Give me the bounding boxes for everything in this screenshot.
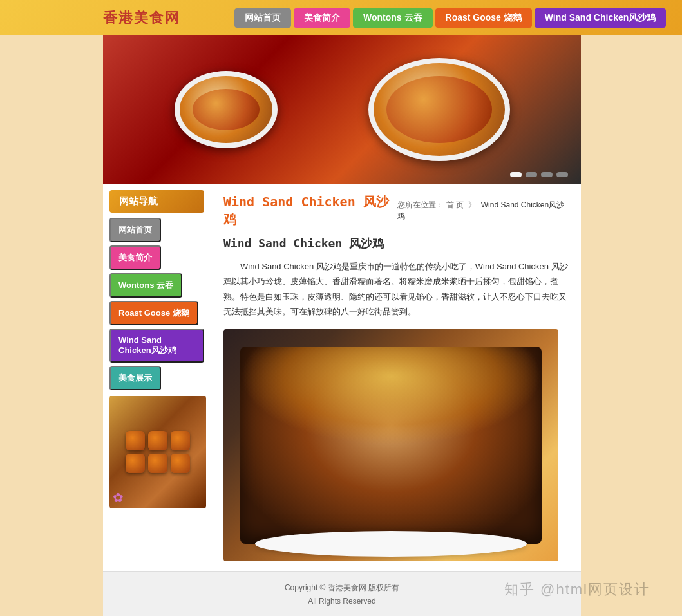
food-squares-grid bbox=[116, 421, 200, 483]
sidebar-item-roastgoose[interactable]: Roast Goose 烧鹅 bbox=[109, 301, 198, 325]
breadcrumb-home[interactable]: 首 页 bbox=[446, 200, 464, 209]
flower-decoration: ✿ bbox=[113, 490, 124, 505]
footer-line2: All Rights Reserved bbox=[113, 595, 571, 609]
food-dish-left bbox=[175, 71, 278, 148]
sidebar: 网站导航 网站首页 美食简介 Wontons 云吞 Roast Goose 烧鹅… bbox=[103, 184, 211, 571]
sidebar-item-wontons[interactable]: Wontons 云吞 bbox=[109, 273, 182, 298]
slider-dot-3[interactable] bbox=[541, 172, 553, 177]
banner-image bbox=[103, 35, 581, 184]
nav-home[interactable]: 网站首页 bbox=[234, 8, 291, 28]
article-food-image bbox=[223, 329, 558, 561]
food-sq-1 bbox=[126, 431, 145, 450]
sidebar-item-home[interactable]: 网站首页 bbox=[109, 218, 161, 242]
footer-line1: Copyright © 香港美食网 版权所有 bbox=[113, 581, 571, 595]
sidebar-item-intro[interactable]: 美食简介 bbox=[109, 245, 161, 270]
food-sq-2 bbox=[148, 431, 167, 450]
sidebar-title: 网站导航 bbox=[109, 190, 204, 213]
breadcrumb-prefix: 您所在位置： bbox=[397, 200, 444, 209]
slider-dot-4[interactable] bbox=[556, 172, 568, 177]
nav-roastgoose[interactable]: Roast Goose 烧鹅 bbox=[435, 8, 532, 28]
food-sq-4 bbox=[126, 454, 145, 473]
watermark: 知乎 @html网页设计 bbox=[504, 580, 650, 599]
banner-food-display bbox=[103, 35, 581, 184]
food-sq-3 bbox=[171, 431, 190, 450]
article-body: Wind Sand Chicken 风沙鸡是重庆市的一道特色的传统小吃了，Win… bbox=[223, 259, 568, 320]
plate-white bbox=[255, 531, 526, 557]
sidebar-food-image: ✿ bbox=[109, 396, 206, 508]
sidebar-item-gallery[interactable]: 美食展示 bbox=[109, 366, 161, 390]
sidebar-item-windchicken[interactable]: Wind Sand Chicken风沙鸡 bbox=[109, 329, 204, 363]
food-sq-5 bbox=[148, 454, 167, 473]
main-content: Wind Sand Chicken 风沙鸡 您所在位置： 首 页 》 Wind … bbox=[211, 184, 581, 571]
banner-slider bbox=[103, 35, 581, 184]
breadcrumb: 您所在位置： 首 页 》 Wind Sand Chicken风沙鸡 bbox=[397, 200, 568, 222]
breadcrumb-sep: 》 bbox=[468, 200, 476, 209]
article-heading: Wind Sand Chicken 风沙鸡 bbox=[223, 236, 568, 251]
food-sq-6 bbox=[171, 454, 190, 473]
breadcrumb-bar: Wind Sand Chicken 风沙鸡 您所在位置： 首 页 》 Wind … bbox=[223, 193, 568, 228]
content-area: 网站导航 网站首页 美食简介 Wontons 云吞 Roast Goose 烧鹅… bbox=[103, 184, 581, 571]
page-title: Wind Sand Chicken 风沙鸡 bbox=[223, 193, 397, 228]
site-logo: 香港美食网 bbox=[103, 8, 225, 28]
food-main-visual bbox=[240, 347, 542, 544]
nav-wontons[interactable]: Wontons 云吞 bbox=[353, 8, 433, 28]
main-nav: 网站首页 美食简介 Wontons 云吞 Roast Goose 烧鹅 Wind… bbox=[234, 8, 666, 28]
nav-intro[interactable]: 美食简介 bbox=[294, 8, 350, 28]
food-dish-right bbox=[368, 58, 510, 161]
slider-dots bbox=[510, 172, 568, 177]
sidebar-food-visual: ✿ bbox=[109, 396, 206, 508]
nav-windchicken[interactable]: Wind Sand Chicken风沙鸡 bbox=[535, 8, 667, 28]
header: 香港美食网 网站首页 美食简介 Wontons 云吞 Roast Goose 烧… bbox=[0, 0, 682, 35]
slider-dot-1[interactable] bbox=[510, 172, 522, 177]
slider-dot-2[interactable] bbox=[526, 172, 537, 177]
food-topping bbox=[240, 347, 542, 445]
